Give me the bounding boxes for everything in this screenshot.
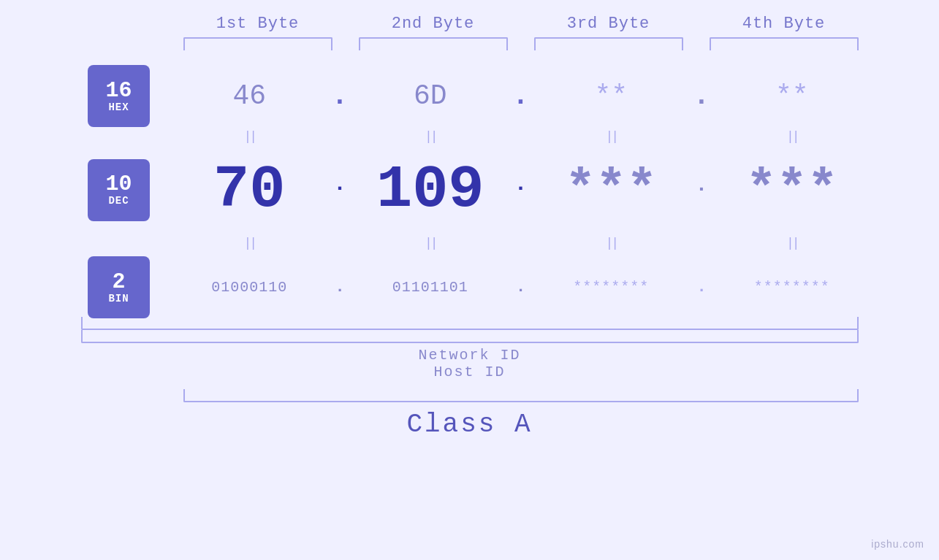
eq8: ||	[712, 236, 872, 250]
byte3-top-bracket	[534, 37, 683, 50]
dec-dot1: .	[329, 172, 351, 208]
bin-byte3: ********	[532, 279, 691, 296]
hex-byte2: 6D	[351, 80, 510, 112]
class-label: Class A	[406, 410, 532, 440]
network-id-bottom-bracket	[81, 317, 859, 330]
eq4: ||	[712, 129, 872, 144]
eq1: ||	[170, 129, 330, 144]
bin-byte4: ********	[712, 279, 872, 296]
eq7: ||	[532, 236, 691, 250]
dec-badge-number: 10	[105, 173, 132, 195]
byte3-header: 3rd Byte	[521, 15, 696, 33]
dec-dot2: .	[510, 172, 532, 208]
byte2-top-bracket	[359, 37, 508, 50]
dec-badge-label: DEC	[108, 195, 129, 207]
eq2: ||	[351, 129, 510, 144]
dec-byte2: 109	[351, 156, 510, 224]
dec-byte3: ***	[532, 161, 691, 219]
eq5: ||	[170, 236, 330, 250]
dec-dot3: .	[691, 174, 712, 207]
hex-dot3: .	[691, 80, 712, 112]
hex-byte4: **	[712, 80, 872, 112]
hex-dot2: .	[510, 80, 532, 112]
hex-badge-label: HEX	[108, 101, 129, 113]
host-id-bottom-bracket	[81, 330, 859, 343]
full-bottom-bracket	[183, 389, 859, 402]
byte4-header: 4th Byte	[696, 15, 872, 33]
hex-badge: 16 HEX	[68, 65, 170, 127]
bin-badge: 2 BIN	[68, 256, 170, 318]
byte2-header: 2nd Byte	[346, 15, 521, 33]
watermark: ipshu.com	[871, 538, 924, 550]
eq3: ||	[532, 129, 691, 144]
hex-badge-number: 16	[105, 80, 132, 101]
eq6: ||	[351, 236, 510, 250]
hex-byte3: **	[532, 80, 691, 112]
hex-dot1: .	[329, 80, 351, 112]
byte1-header: 1st Byte	[170, 15, 346, 33]
dec-byte1: 70	[170, 156, 330, 224]
bin-byte1: 01000110	[170, 279, 330, 296]
byte4-top-bracket	[710, 37, 859, 50]
bin-badge-label: BIN	[108, 293, 129, 304]
network-id-label: Network ID	[68, 347, 872, 364]
host-id-label: Host ID	[68, 364, 872, 380]
hex-byte1: 46	[170, 80, 330, 112]
dec-byte4: ***	[712, 161, 872, 219]
bin-dot3: .	[691, 278, 712, 296]
bin-badge-number: 2	[112, 271, 125, 293]
bin-dot2: .	[510, 278, 532, 296]
dec-badge: 10 DEC	[68, 150, 170, 230]
byte1-top-bracket	[183, 37, 332, 50]
bin-byte2: 01101101	[351, 279, 510, 296]
bin-dot1: .	[329, 278, 351, 296]
